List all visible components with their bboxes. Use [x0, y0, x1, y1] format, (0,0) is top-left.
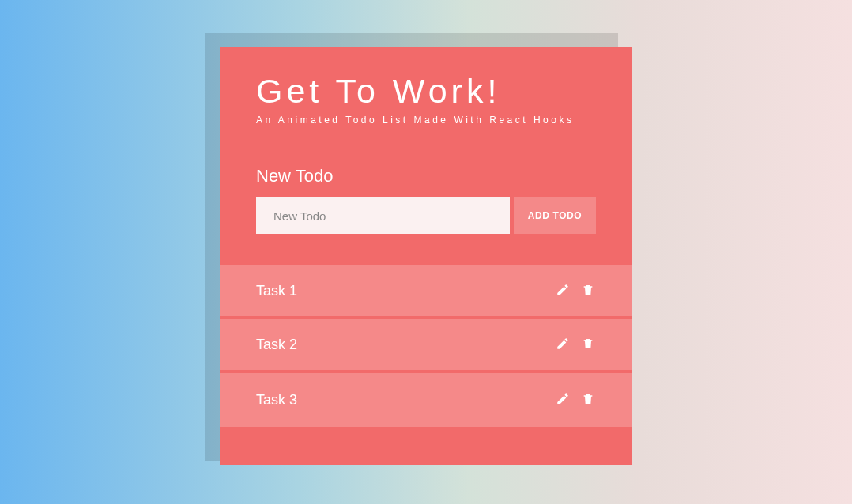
card-footer — [220, 427, 632, 465]
add-todo-button[interactable]: ADD TODO — [514, 197, 596, 234]
delete-task-button[interactable] — [580, 392, 596, 408]
edit-task-button[interactable] — [555, 337, 571, 352]
page-subtitle: An Animated Todo List Made With React Ho… — [256, 115, 596, 137]
task-label: Task 2 — [256, 337, 297, 353]
trash-icon — [582, 337, 594, 353]
todo-card: Get To Work! An Animated Todo List Made … — [220, 47, 632, 465]
task-row: Task 3 — [220, 373, 632, 427]
card-header: Get To Work! An Animated Todo List Made … — [220, 47, 632, 137]
new-todo-input[interactable] — [256, 197, 510, 234]
edit-task-button[interactable] — [555, 283, 571, 299]
task-list: Task 1 Task 2 — [220, 265, 632, 427]
task-label: Task 1 — [256, 283, 297, 299]
new-todo-label: New Todo — [256, 166, 596, 186]
task-row: Task 2 — [220, 319, 632, 373]
task-actions — [555, 283, 596, 299]
trash-icon — [582, 392, 594, 408]
pencil-icon — [556, 337, 570, 353]
trash-icon — [582, 283, 594, 299]
delete-task-button[interactable] — [580, 283, 596, 299]
input-row: ADD TODO — [256, 197, 596, 234]
pencil-icon — [556, 283, 570, 299]
task-label: Task 3 — [256, 392, 297, 408]
task-row: Task 1 — [220, 265, 632, 319]
task-actions — [555, 337, 596, 352]
page-title: Get To Work! — [256, 73, 596, 110]
edit-task-button[interactable] — [555, 392, 571, 408]
task-actions — [555, 392, 596, 408]
pencil-icon — [556, 392, 570, 408]
new-todo-section: New Todo ADD TODO — [220, 137, 632, 265]
delete-task-button[interactable] — [580, 337, 596, 352]
